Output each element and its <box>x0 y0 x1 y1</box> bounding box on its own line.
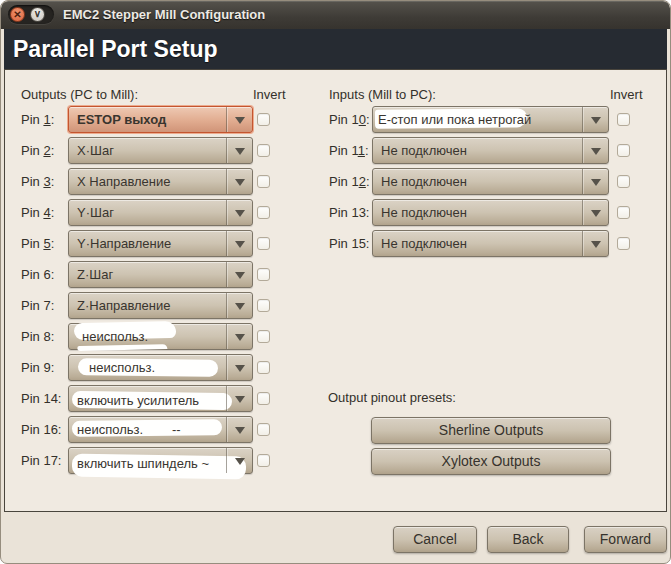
emc2-config-window: ✕ ∨ EMC2 Stepper Mill Configuration Para… <box>0 0 671 564</box>
inputs-section-label: Inputs (Mill to PC): <box>329 87 436 102</box>
window-controls: ✕ ∨ <box>8 5 54 24</box>
invert-checkbox[interactable] <box>617 237 630 250</box>
pin-combobox[interactable]: Не подключен <box>372 168 609 195</box>
combobox-value: неиспольз. <box>89 355 155 380</box>
dropdown-arrow-zone[interactable] <box>226 386 252 411</box>
titlebar[interactable]: ✕ ∨ EMC2 Stepper Mill Configuration <box>1 1 670 29</box>
pin-combobox[interactable]: Z·Шаг <box>68 261 253 288</box>
dropdown-arrow-zone[interactable] <box>226 138 252 163</box>
pin-label: Pin 16: <box>21 416 61 443</box>
invert-checkbox[interactable] <box>257 299 270 312</box>
combobox-value: неиспольз. -- <box>77 417 181 442</box>
pin-row: Pin 9:неиспольз. <box>1 354 671 381</box>
dropdown-arrow-icon <box>235 241 245 248</box>
pin-label: Pin 8: <box>21 323 54 350</box>
dropdown-arrow-icon <box>235 117 245 124</box>
pin-label: Pin 11: <box>329 137 369 164</box>
dropdown-arrow-zone[interactable] <box>226 231 252 256</box>
combobox-value: включить усилитель <box>77 386 199 416</box>
dropdown-arrow-icon <box>235 334 245 341</box>
inputs-invert-label: Invert <box>610 87 643 102</box>
window-title: EMC2 Stepper Mill Configuration <box>63 1 265 29</box>
dropdown-arrow-icon <box>235 210 245 217</box>
pin-combobox[interactable]: Y·Направление <box>68 230 253 257</box>
dropdown-arrow-icon <box>235 179 245 186</box>
combobox-value: включить шпиндель ~ <box>77 448 209 479</box>
invert-checkbox[interactable] <box>257 423 270 436</box>
pin-label: Pin 6: <box>21 261 54 288</box>
pin-row: Pin 8:неиспольз. <box>1 323 671 350</box>
pin-combobox[interactable]: Не подключен <box>372 137 609 164</box>
pin-combobox[interactable]: Не подключен <box>372 230 609 257</box>
pin-row: Pin 17:включить шпиндель ~ <box>1 447 671 474</box>
dropdown-arrow-zone[interactable] <box>226 262 252 287</box>
close-icon: ✕ <box>11 8 24 21</box>
close-button[interactable]: ✕ <box>10 7 25 22</box>
combobox-value: Е-стоп или пока нетрогай <box>378 107 531 132</box>
dropdown-arrow-icon <box>235 272 245 279</box>
dropdown-arrow-icon <box>235 148 245 155</box>
pin-label: Pin 10: <box>329 106 370 133</box>
pin-label: Pin 15: <box>329 230 369 257</box>
pin-row: Pin 7:Z·Направление <box>1 292 671 319</box>
dropdown-arrow-zone[interactable] <box>226 169 252 194</box>
dropdown-arrow-zone[interactable] <box>582 231 608 256</box>
pin-combobox[interactable]: неиспольз. <box>68 354 253 381</box>
invert-checkbox[interactable] <box>257 330 270 343</box>
invert-checkbox[interactable] <box>617 113 630 126</box>
combobox-value: X Направление <box>77 169 171 194</box>
cancel-button[interactable]: Cancel <box>393 526 477 553</box>
pin-combobox[interactable]: неиспольз. -- <box>68 416 253 443</box>
dropdown-arrow-icon <box>591 241 601 248</box>
dropdown-arrow-icon <box>235 458 245 465</box>
pin-combobox[interactable]: Не подключен <box>372 199 609 226</box>
window-menu-button[interactable]: ∨ <box>30 7 45 22</box>
dropdown-arrow-zone[interactable] <box>582 169 608 194</box>
pin-label: Pin 7: <box>21 292 54 319</box>
dropdown-arrow-zone[interactable] <box>226 355 252 380</box>
combobox-value: Z·Направление <box>77 293 170 318</box>
invert-checkbox[interactable] <box>617 175 630 188</box>
dropdown-arrow-zone[interactable] <box>226 293 252 318</box>
pin-combobox[interactable]: включить усилитель <box>68 385 253 412</box>
combobox-value: ESTOP выход <box>77 107 166 132</box>
combobox-value: Не подключен <box>381 231 467 256</box>
forward-button[interactable]: Forward <box>584 526 667 553</box>
outputs-section-label: Outputs (PC to Mill): <box>21 87 138 102</box>
invert-checkbox[interactable] <box>617 206 630 219</box>
combobox-value: Не подключен <box>381 138 467 163</box>
pin-combobox[interactable]: ESTOP выход <box>68 106 253 133</box>
combobox-value: Y·Шаг <box>77 200 114 225</box>
dropdown-arrow-icon <box>235 396 245 403</box>
dropdown-arrow-zone[interactable] <box>582 138 608 163</box>
pin-combobox[interactable]: X Направление <box>68 168 253 195</box>
pin-label: Pin 9: <box>21 354 54 381</box>
pin-combobox[interactable]: Z·Направление <box>68 292 253 319</box>
dropdown-arrow-icon <box>235 427 245 434</box>
invert-checkbox[interactable] <box>257 268 270 281</box>
dropdown-arrow-zone[interactable] <box>582 200 608 225</box>
dropdown-arrow-zone[interactable] <box>226 324 252 349</box>
pin-combobox[interactable]: Е-стоп или пока нетрогай <box>372 106 609 133</box>
invert-checkbox[interactable] <box>257 361 270 374</box>
dropdown-arrow-icon <box>591 210 601 217</box>
pin-combobox[interactable]: неиспольз. <box>68 323 253 350</box>
dropdown-arrow-zone[interactable] <box>226 200 252 225</box>
combobox-value: Y·Направление <box>77 231 171 256</box>
back-button[interactable]: Back <box>487 526 569 553</box>
invert-checkbox[interactable] <box>617 144 630 157</box>
invert-checkbox[interactable] <box>257 454 270 467</box>
chevron-down-icon: ∨ <box>31 8 44 20</box>
dropdown-arrow-zone[interactable] <box>226 417 252 442</box>
dropdown-arrow-zone[interactable] <box>582 107 608 132</box>
dropdown-arrow-icon <box>235 303 245 310</box>
invert-checkbox[interactable] <box>257 392 270 405</box>
dropdown-arrow-zone[interactable] <box>226 448 252 473</box>
combobox-value: Не подключен <box>381 200 467 225</box>
combobox-value: неиспольз. <box>82 324 148 349</box>
page-title: Parallel Port Setup <box>4 29 667 69</box>
pin-combobox[interactable]: включить шпиндель ~ <box>68 447 253 474</box>
dropdown-arrow-zone[interactable] <box>226 107 252 132</box>
pin-label: Pin 17: <box>21 447 61 474</box>
combobox-value: Z·Шаг <box>77 262 113 287</box>
